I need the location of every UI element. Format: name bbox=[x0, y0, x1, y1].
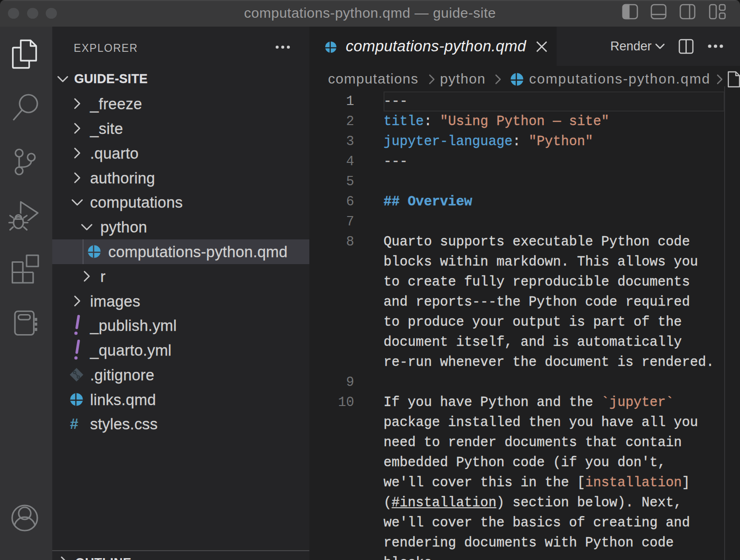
svg-text:#: # bbox=[70, 415, 78, 432]
